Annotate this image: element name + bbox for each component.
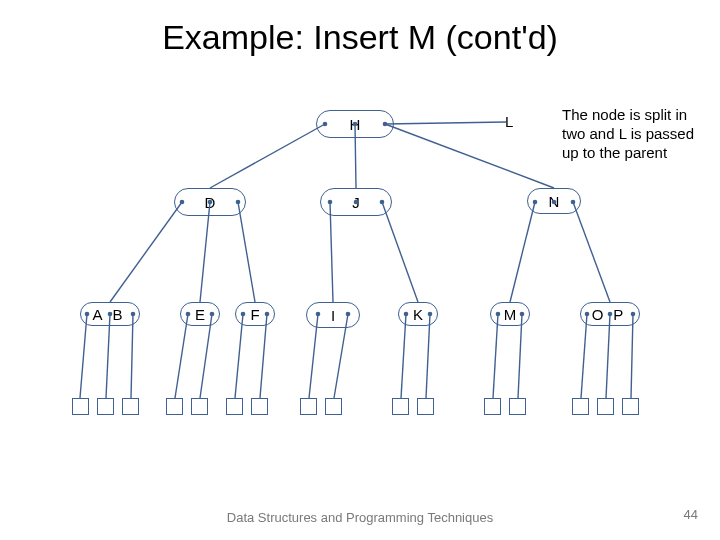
node-f: F <box>235 302 275 326</box>
svg-line-35 <box>235 314 243 398</box>
node-ab: AB <box>80 302 140 326</box>
svg-line-26 <box>80 314 87 398</box>
leaf-box <box>597 398 614 415</box>
node-op: OP <box>580 302 640 326</box>
split-annotation: The node is split in two and L is passed… <box>562 106 712 162</box>
svg-line-11 <box>200 202 210 302</box>
leaf-box <box>325 398 342 415</box>
svg-line-53 <box>606 314 610 398</box>
svg-line-10 <box>110 202 182 302</box>
root-node: H <box>316 110 394 138</box>
node-i-label: I <box>331 307 335 324</box>
svg-line-28 <box>131 314 133 398</box>
svg-line-52 <box>581 314 587 398</box>
node-f-label: F <box>250 306 259 323</box>
svg-line-31 <box>175 314 188 398</box>
node-e: E <box>180 302 220 326</box>
node-j-label: J <box>352 194 360 211</box>
leaf-box <box>417 398 434 415</box>
leaf-box <box>300 398 317 415</box>
svg-line-17 <box>382 202 418 302</box>
node-i: I <box>306 302 360 328</box>
tree-edges <box>0 0 720 540</box>
leaf-box <box>572 398 589 415</box>
leaf-box <box>97 398 114 415</box>
node-d: D <box>174 188 246 216</box>
node-m-label: M <box>504 306 517 323</box>
svg-line-3 <box>210 124 325 188</box>
slide: Example: Insert M (cont'd) L The node is… <box>0 0 720 540</box>
svg-line-44 <box>426 314 430 398</box>
node-j: J <box>320 188 392 216</box>
leaf-box <box>72 398 89 415</box>
node-e-label: E <box>195 306 205 323</box>
node-n: N <box>527 188 581 214</box>
node-k-label: K <box>413 306 423 323</box>
svg-line-5 <box>385 124 554 188</box>
leaf-box <box>251 398 268 415</box>
svg-line-27 <box>106 314 110 398</box>
node-ab-label: AB <box>87 306 132 323</box>
svg-line-32 <box>200 314 212 398</box>
node-op-label: OP <box>587 306 634 323</box>
svg-line-21 <box>510 202 535 302</box>
leaf-box <box>392 398 409 415</box>
root-label: H <box>350 116 361 133</box>
leaf-box <box>166 398 183 415</box>
svg-line-22 <box>573 202 610 302</box>
svg-line-36 <box>260 314 267 398</box>
svg-line-16 <box>330 202 333 302</box>
leaf-box <box>122 398 139 415</box>
svg-line-6 <box>385 122 506 124</box>
leaf-box <box>484 398 501 415</box>
svg-line-54 <box>631 314 633 398</box>
node-m: M <box>490 302 530 326</box>
leaf-box <box>622 398 639 415</box>
leaf-box <box>191 398 208 415</box>
leaf-box <box>509 398 526 415</box>
annotation-text: The node is split in two and L is passed… <box>562 106 694 161</box>
node-n-label: N <box>549 193 560 210</box>
leaf-box <box>226 398 243 415</box>
svg-line-48 <box>518 314 522 398</box>
node-d-label: D <box>205 194 216 211</box>
page-number: 44 <box>684 507 698 522</box>
svg-line-43 <box>401 314 406 398</box>
svg-line-47 <box>493 314 498 398</box>
slide-title: Example: Insert M (cont'd) <box>0 18 720 57</box>
node-k: K <box>398 302 438 326</box>
floating-key-l: L <box>505 113 513 130</box>
svg-line-12 <box>238 202 255 302</box>
footer-text: Data Structures and Programming Techniqu… <box>0 510 720 526</box>
